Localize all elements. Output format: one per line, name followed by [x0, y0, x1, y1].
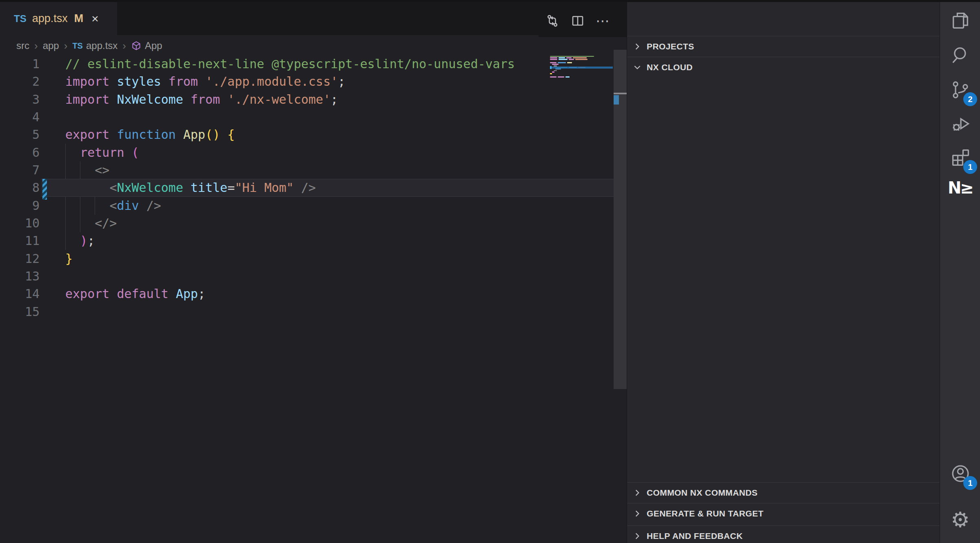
code-line-15[interactable]: 15 — [0, 303, 614, 320]
code-line-11[interactable]: 11 ); — [0, 232, 614, 249]
line-number[interactable]: 4 — [0, 108, 40, 126]
chevron-right-icon — [633, 509, 642, 518]
section-generate-run-target[interactable]: GENERATE & RUN TARGET — [627, 503, 940, 523]
code-line-8[interactable]: 8 <NxWelcome title="Hi Mom" /> — [0, 179, 614, 196]
tab-strip: TS app.tsx M × ⋯ — [0, 2, 627, 35]
activity-item-source-control[interactable]: 2 — [940, 73, 980, 107]
typescript-file-icon: TS — [14, 13, 27, 24]
code-line-1[interactable]: 1// eslint-disable-next-line @typescript… — [0, 55, 614, 73]
line-number[interactable]: 11 — [0, 232, 40, 249]
minimap-segment — [552, 64, 559, 65]
compare-changes-icon[interactable] — [545, 13, 560, 28]
line-number[interactable]: 13 — [0, 267, 40, 285]
code-text: </> — [65, 214, 117, 232]
settings-gear-icon: ⚙ — [951, 509, 970, 530]
code-text: ); — [65, 232, 95, 249]
line-number[interactable]: 7 — [0, 161, 40, 179]
code-text: return ( — [65, 144, 139, 161]
run-debug-icon — [950, 113, 971, 134]
activity-item-run-debug[interactable] — [940, 107, 980, 141]
breadcrumb: src›app›TSapp.tsx›App — [16, 38, 162, 54]
activity-badge: 2 — [963, 92, 977, 106]
overview-ruler-mark — [614, 93, 627, 94]
section-nx-cloud[interactable]: NX CLOUD — [627, 57, 940, 77]
minimap-segment — [559, 57, 565, 58]
section-common-nx-commands[interactable]: COMMON NX COMMANDS — [627, 482, 940, 503]
line-number[interactable]: 3 — [0, 91, 40, 108]
code-line-10[interactable]: 10 </> — [0, 214, 614, 232]
code-text: <> — [65, 161, 109, 179]
tab-app-tsx[interactable]: TS app.tsx M × — [0, 2, 117, 35]
breadcrumb-label: src — [16, 40, 29, 51]
minimap-segment — [573, 57, 587, 58]
minimap-segment — [550, 56, 594, 57]
minimap-segment — [567, 62, 572, 63]
line-number[interactable]: 6 — [0, 144, 40, 161]
minimap-segment — [555, 69, 561, 70]
line-number[interactable]: 10 — [0, 214, 40, 232]
line-number[interactable]: 5 — [0, 126, 40, 143]
activity-item-nx[interactable]: N≥ — [940, 171, 980, 205]
breadcrumb-item-src[interactable]: src — [16, 40, 29, 51]
activity-badge: 1 — [963, 476, 977, 490]
code-line-5[interactable]: 5export function App() { — [0, 126, 614, 143]
code-line-7[interactable]: 7 <> — [0, 161, 614, 179]
vscode-window: TS app.tsx M × ⋯ src›app›TSapp.tsx›App — [0, 0, 980, 543]
activity-item-explorer[interactable] — [940, 3, 980, 38]
code-line-6[interactable]: 6 return ( — [0, 144, 614, 161]
section-label: PROJECTS — [647, 42, 694, 51]
line-number[interactable]: 1 — [0, 55, 40, 73]
breadcrumb-label: app — [43, 40, 59, 51]
code-text: } — [65, 250, 73, 267]
code-editor[interactable]: 1// eslint-disable-next-line @typescript… — [0, 53, 614, 320]
minimap-segment — [552, 71, 554, 73]
activity-item-accounts[interactable]: 1 — [940, 456, 980, 491]
nx-console-panel: NX CONSOLE ⋯ PROJECTS NX CLOUD REMOTE CA… — [627, 0, 940, 543]
line-number[interactable]: 8 — [0, 179, 40, 196]
explorer-icon — [950, 10, 971, 31]
minimap-modified-marker — [550, 66, 552, 69]
activity-item-extensions[interactable]: 1 — [940, 140, 980, 175]
code-line-12[interactable]: 12} — [0, 250, 614, 267]
section-projects[interactable]: PROJECTS — [627, 36, 940, 56]
activity-item-search[interactable] — [940, 38, 980, 72]
code-line-14[interactable]: 14export default App; — [0, 285, 614, 303]
minimap-segment — [565, 76, 570, 78]
section-help-and-feedback[interactable]: HELP AND FEEDBACK — [627, 525, 940, 543]
minimap-segment — [550, 62, 557, 63]
minimap-segment — [550, 57, 557, 58]
activity-item-settings[interactable]: ⚙ — [940, 503, 980, 537]
code-text: <div /> — [65, 197, 161, 214]
minimap-segment — [569, 59, 574, 60]
split-editor-icon[interactable] — [570, 13, 585, 28]
code-line-9[interactable]: 9 <div /> — [0, 197, 614, 214]
code-line-2[interactable]: 2import styles from './app.module.css'; — [0, 73, 614, 90]
minimap-current-line — [550, 67, 613, 69]
tab-close-icon[interactable]: × — [91, 13, 99, 25]
overview-ruler-scrollbar[interactable] — [614, 50, 627, 389]
minimap-segment — [558, 62, 566, 63]
chevron-right-icon — [633, 42, 642, 51]
editor-region: TS app.tsx M × ⋯ src›app›TSapp.tsx›App — [0, 0, 627, 543]
line-number[interactable]: 15 — [0, 303, 40, 320]
code-line-3[interactable]: 3import NxWelcome from './nx-welcome'; — [0, 91, 614, 108]
code-text: <NxWelcome title="Hi Mom" /> — [65, 179, 316, 196]
section-label: NX CLOUD — [647, 62, 693, 72]
line-number[interactable]: 9 — [0, 197, 40, 214]
breadcrumb-item-app-tsx[interactable]: TSapp.tsx — [72, 40, 118, 51]
breadcrumb-item-app[interactable]: app — [43, 40, 59, 51]
chevron-right-icon — [633, 532, 642, 541]
search-icon — [950, 45, 971, 66]
breadcrumb-item-app[interactable]: App — [131, 40, 162, 51]
line-number[interactable]: 14 — [0, 285, 40, 303]
symbol-cube-icon — [131, 40, 142, 51]
code-text: export function App() { — [65, 126, 235, 143]
breadcrumb-label: app.tsx — [86, 40, 118, 51]
nx-logo-icon: N≥ — [948, 178, 973, 197]
code-line-13[interactable]: 13 — [0, 267, 614, 285]
line-number[interactable]: 2 — [0, 73, 40, 90]
code-line-4[interactable]: 4 — [0, 108, 614, 126]
line-number[interactable]: 12 — [0, 250, 40, 267]
minimap[interactable] — [550, 56, 613, 84]
more-actions-icon[interactable]: ⋯ — [596, 17, 610, 25]
